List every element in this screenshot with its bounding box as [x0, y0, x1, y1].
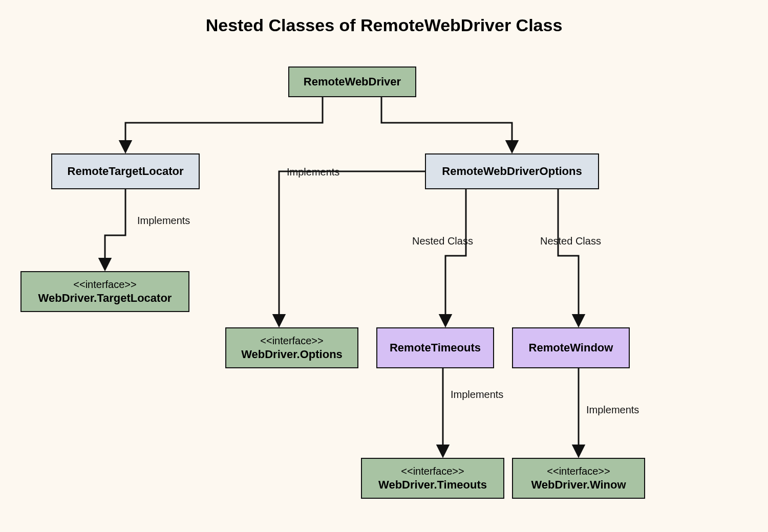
- node-stereo: <<interface>>: [73, 278, 136, 291]
- node-webdriver-target-locator: <<interface>> WebDriver.TargetLocator: [20, 271, 189, 312]
- edge-label-timeouts-nested: Nested Class: [412, 235, 473, 247]
- node-stereo: <<interface>>: [547, 464, 610, 478]
- node-label: RemoteWebDriverOptions: [442, 164, 582, 179]
- node-label: RemoteWindow: [529, 341, 613, 356]
- diagram-canvas: Nested Classes of RemoteWebDriver Class …: [0, 0, 768, 532]
- node-remote-timeouts: RemoteTimeouts: [376, 327, 494, 368]
- node-remote-target-locator: RemoteTargetLocator: [51, 153, 200, 189]
- edge-label-window-nested: Nested Class: [540, 235, 601, 247]
- node-label: WebDriver.Winow: [531, 478, 626, 493]
- node-webdriver-timeouts: <<interface>> WebDriver.Timeouts: [361, 458, 504, 499]
- edge-label-rtl-implements: Implements: [137, 215, 190, 227]
- node-stereo: <<interface>>: [260, 334, 323, 347]
- edge-label-window-implements: Implements: [586, 404, 639, 416]
- node-remote-web-driver: RemoteWebDriver: [288, 66, 416, 97]
- node-label: RemoteTargetLocator: [68, 164, 184, 179]
- edge-label-timeouts-implements: Implements: [451, 389, 503, 401]
- node-label: WebDriver.Options: [241, 347, 343, 362]
- edge-label-options-implements: Implements: [287, 166, 339, 178]
- diagram-title: Nested Classes of RemoteWebDriver Class: [0, 15, 768, 35]
- node-remote-window: RemoteWindow: [512, 327, 630, 368]
- node-label: RemoteTimeouts: [390, 341, 481, 356]
- node-webdriver-window: <<interface>> WebDriver.Winow: [512, 458, 645, 499]
- node-label: WebDriver.TargetLocator: [38, 291, 172, 306]
- node-webdriver-options: <<interface>> WebDriver.Options: [225, 327, 358, 368]
- node-label: RemoteWebDriver: [304, 75, 401, 90]
- node-label: WebDriver.Timeouts: [378, 478, 487, 493]
- node-stereo: <<interface>>: [401, 464, 464, 478]
- node-remote-web-driver-options: RemoteWebDriverOptions: [425, 153, 599, 189]
